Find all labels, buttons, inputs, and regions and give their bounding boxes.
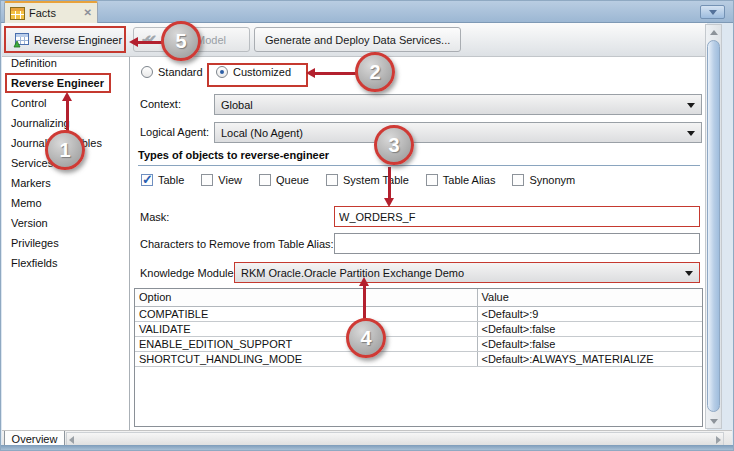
sidebar-item-reverse-engineer[interactable]: Reverse Engineer <box>2 73 129 93</box>
km-options-table: Option Value COMPATIBLE <Default>:9 VALI… <box>134 288 703 427</box>
editor-tab-bar: Facts ✕ <box>1 1 733 23</box>
checkbox-synonym-box <box>512 174 524 186</box>
model-icon <box>10 7 25 20</box>
sidebar-item-privileges[interactable]: Privileges <box>2 233 129 253</box>
sidebar-item-journalizing[interactable]: Journalizing <box>2 113 129 133</box>
checkbox-synonym-label: Synonym <box>529 174 575 186</box>
checkbox-table-label: Table <box>158 174 184 186</box>
window-bottom-edge <box>1 445 733 450</box>
table-row-compatible[interactable]: COMPATIBLE <Default>:9 <box>135 306 702 321</box>
value-cell: <Default>:false <box>477 336 702 351</box>
checkbox-system-table[interactable]: System Table <box>326 174 409 186</box>
checkbox-view[interactable]: View <box>201 174 242 186</box>
checkbox-view-label: View <box>218 174 242 186</box>
knowledge-module-label: Knowledge Module: <box>140 267 237 279</box>
reverse-engineer-button[interactable]: Reverse Engineer <box>9 29 126 51</box>
sidebar-item-journalized-tables[interactable]: Journalized Tables <box>2 133 129 153</box>
tab-list-dropdown-button[interactable] <box>700 5 725 19</box>
sidebar-item-flexfields[interactable]: Flexfields <box>2 253 129 273</box>
value-cell: <Default>:ALWAYS_MATERIALIZE <box>477 351 702 366</box>
table-row-validate[interactable]: VALIDATE <Default>:false <box>135 321 702 336</box>
radio-standard-label: Standard <box>158 66 203 78</box>
editor-sidebar: Definition Reverse Engineer Control Jour… <box>2 57 130 430</box>
radio-customized-circle <box>216 66 228 78</box>
section-title-types-of-objects: Types of objects to reverse-engineer <box>138 149 700 166</box>
tab-title: Facts <box>29 7 56 19</box>
column-header-option[interactable]: Option <box>135 289 477 306</box>
value-cell: <Default>:false <box>477 321 702 336</box>
option-cell: COMPATIBLE <box>135 306 477 321</box>
option-cell: SHORTCUT_HANDLING_MODE <box>135 351 477 366</box>
radio-customized-label: Customized <box>233 66 291 78</box>
check-model-button[interactable]: ✔✔ Check Model <box>133 27 250 52</box>
radio-customized[interactable]: Customized <box>216 66 291 78</box>
logical-agent-dropdown[interactable]: Local (No Agent) <box>214 122 702 143</box>
checkbox-queue-box <box>259 174 271 186</box>
checkbox-table[interactable]: Table <box>141 174 184 186</box>
checkbox-table-alias-box <box>426 174 438 186</box>
dropdown-arrow-icon <box>687 103 695 108</box>
checkbox-queue-label: Queue <box>276 174 309 186</box>
scroll-up-icon <box>710 30 718 35</box>
sidebar-item-version[interactable]: Version <box>2 213 129 233</box>
generate-deploy-label: Generate and Deploy Data Services... <box>265 34 450 46</box>
context-dropdown[interactable]: Global <box>214 94 702 115</box>
checkbox-synonym[interactable]: Synonym <box>512 174 575 186</box>
scroll-down-button[interactable] <box>706 414 721 428</box>
overview-tab-label: Overview <box>12 433 58 445</box>
chars-to-remove-label: Characters to Remove from Table Alias: <box>140 238 334 250</box>
checkbox-queue[interactable]: Queue <box>259 174 309 186</box>
horizontal-scrollbar[interactable] <box>66 432 724 446</box>
mask-input[interactable] <box>334 206 700 227</box>
editor-toolbar: Reverse Engineer ✔✔ Check Model Generate… <box>2 23 707 57</box>
knowledge-module-value: RKM Oracle.Oracle Partition Exchange Dem… <box>241 267 464 279</box>
checkbox-table-alias-label: Table Alias <box>443 174 496 186</box>
logical-agent-label: Logical Agent: <box>140 126 209 138</box>
option-cell: ENABLE_EDITION_SUPPORT <box>135 336 477 351</box>
checkbox-system-table-box <box>326 174 338 186</box>
facts-editor-window: Facts ✕ Reverse Engineer ✔✔ Check Model … <box>0 0 734 451</box>
radio-standard-circle <box>141 66 153 78</box>
close-icon[interactable]: ✕ <box>84 8 92 18</box>
logical-agent-value: Local (No Agent) <box>221 127 303 139</box>
scroll-right-icon[interactable] <box>716 436 721 444</box>
knowledge-module-dropdown[interactable]: RKM Oracle.Oracle Partition Exchange Dem… <box>234 262 700 283</box>
scroll-down-icon <box>710 419 718 424</box>
options-header-row: Option Value <box>135 289 702 306</box>
scroll-up-button[interactable] <box>706 25 721 39</box>
editor-content: Definition Reverse Engineer Control Jour… <box>2 57 707 430</box>
context-value: Global <box>221 99 253 111</box>
vertical-scrollbar[interactable] <box>705 24 722 429</box>
option-cell: VALIDATE <box>135 321 477 336</box>
sidebar-item-definition[interactable]: Definition <box>2 57 129 73</box>
checkbox-table-box <box>141 174 153 186</box>
sidebar-item-services[interactable]: Services <box>2 153 129 173</box>
generate-deploy-data-services-button[interactable]: Generate and Deploy Data Services... <box>254 27 461 52</box>
radio-standard[interactable]: Standard <box>141 66 203 78</box>
table-row-shortcut-handling-mode[interactable]: SHORTCUT_HANDLING_MODE <Default>:ALWAYS_… <box>135 351 702 366</box>
vertical-scroll-thumb[interactable] <box>707 40 720 412</box>
tab-facts[interactable]: Facts ✕ <box>4 1 98 23</box>
column-header-value[interactable]: Value <box>477 289 702 306</box>
checkbox-view-box <box>201 174 213 186</box>
sidebar-item-memo[interactable]: Memo <box>2 193 129 213</box>
context-label: Context: <box>140 98 181 110</box>
reverse-engineer-form: Standard Customized Context: Global Logi… <box>131 57 707 430</box>
sidebar-item-markers[interactable]: Markers <box>2 173 129 193</box>
mask-label: Mask: <box>140 211 169 223</box>
object-type-checkbox-row: Table View Queue System Table Table Alia… <box>141 174 575 186</box>
value-cell: <Default>:9 <box>477 306 702 321</box>
table-row-enable-edition-support[interactable]: ENABLE_EDITION_SUPPORT <Default>:false <box>135 336 702 351</box>
sidebar-item-control[interactable]: Control <box>2 93 129 113</box>
dropdown-arrow-icon <box>687 131 695 136</box>
chevron-down-icon <box>709 10 717 15</box>
scroll-left-icon[interactable] <box>69 436 74 444</box>
reverse-engineer-label: Reverse Engineer <box>34 34 122 46</box>
dropdown-arrow-icon <box>685 271 693 276</box>
check-model-label: Check Model <box>162 34 226 46</box>
checkbox-table-alias[interactable]: Table Alias <box>426 174 496 186</box>
sidebar-list: Definition Reverse Engineer Control Jour… <box>2 57 129 273</box>
reverse-engineer-icon <box>13 33 29 48</box>
chars-to-remove-input[interactable] <box>334 233 700 254</box>
checkbox-system-table-label: System Table <box>343 174 409 186</box>
